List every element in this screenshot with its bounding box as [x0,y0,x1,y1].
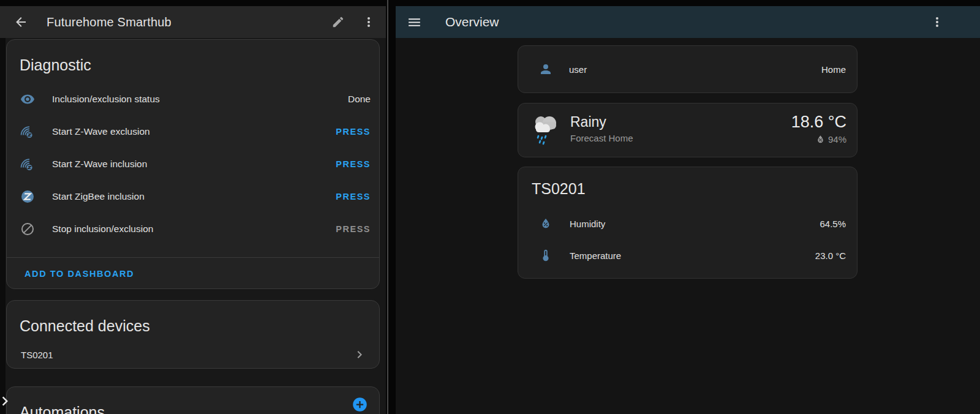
dashboard-content: user Home Rainy Forecast [396,38,980,414]
temperature-row[interactable]: Temperature 23.0 °C [518,239,857,271]
thermometer-icon [539,249,552,262]
press-button[interactable]: PRESS [336,192,371,201]
diagnostic-rows: Inclusion/exclusion status Done Start Z-… [7,83,379,245]
humidity-value: 64.5% [820,219,846,229]
zigbee-icon [20,189,35,204]
person-icon [538,62,553,77]
weather-humidity-value: 94% [828,134,846,145]
press-button[interactable]: PRESS [336,159,371,169]
diagnostic-card-title: Diagnostic [20,56,379,74]
user-entity-state: Home [821,64,846,75]
dashboard-title: Overview [445,15,499,29]
eye-icon [20,92,35,107]
sensor-card: TS0201 Humidity 64.5% Temperature 23.0 °… [518,167,858,279]
dashboard-overflow-menu-icon[interactable] [930,15,944,29]
row-stop-inclusion[interactable]: Stop inclusion/exclusion PRESS [7,213,379,245]
hamburger-menu-icon[interactable] [407,15,422,30]
connected-devices-card: Connected devices TS0201 [6,300,380,369]
user-entity-card[interactable]: user Home [518,45,858,93]
device-page-content: Diagnostic Inclusion/exclusion status Do… [0,38,386,414]
connected-devices-title: Connected devices [20,317,379,335]
weather-card[interactable]: Rainy Forecast Home 18.6 °C 94% [518,103,858,157]
overflow-menu-icon[interactable] [361,15,376,29]
device-page-header: Futurehome Smarthub [0,6,386,38]
user-entity-name: user [569,64,821,75]
zwave-icon [20,157,35,171]
connected-device-name: TS0201 [21,350,352,360]
device-title: Futurehome Smarthub [47,15,172,29]
zwave-icon [20,124,35,139]
weather-rainy-icon [530,113,561,148]
weather-condition: Rainy [570,113,606,130]
automations-card: Automations [6,386,380,414]
left-edge-shade [0,38,6,414]
press-button[interactable]: PRESS [336,127,371,137]
temperature-value: 23.0 °C [815,250,846,261]
water-percent-icon [815,134,826,145]
device-page-window: Futurehome Smarthub Diagnostic Inclusion… [0,6,386,414]
row-inclusion-status[interactable]: Inclusion/exclusion status Done [7,83,379,115]
dashboard-header: Overview [396,6,980,38]
weather-source: Forecast Home [570,133,633,143]
diagnostic-card: Diagnostic Inclusion/exclusion status Do… [6,39,380,289]
sensor-rows: Humidity 64.5% Temperature 23.0 °C [518,208,857,271]
diagnostic-card-footer: ADD TO DASHBOARD [7,258,379,289]
row-zigbee-inclusion[interactable]: Start ZigBee inclusion PRESS [7,180,379,213]
dashboard-window: Overview user Home [396,6,980,414]
edit-pencil-icon[interactable] [331,15,345,29]
connected-device-row[interactable]: TS0201 [7,339,379,371]
add-to-dashboard-button[interactable]: ADD TO DASHBOARD [24,269,134,279]
water-percent-icon [539,217,552,230]
status-value: Done [348,94,371,105]
automations-title: Automations [20,403,379,414]
window-divider [387,0,388,414]
humidity-row[interactable]: Humidity 64.5% [518,208,857,239]
edge-chevron-icon [0,392,14,410]
row-zwave-inclusion[interactable]: Start Z-Wave inclusion PRESS [7,148,379,180]
press-button-disabled: PRESS [336,224,371,234]
add-automation-plus-icon[interactable] [352,396,368,413]
sensor-card-title: TS0201 [532,179,857,198]
weather-humidity: 94% [815,134,846,145]
row-zwave-exclusion[interactable]: Start Z-Wave exclusion PRESS [7,115,379,148]
weather-temperature: 18.6 °C [791,112,846,132]
cancel-icon [20,222,35,236]
back-arrow-icon[interactable] [13,15,28,29]
chevron-right-icon [352,347,367,362]
